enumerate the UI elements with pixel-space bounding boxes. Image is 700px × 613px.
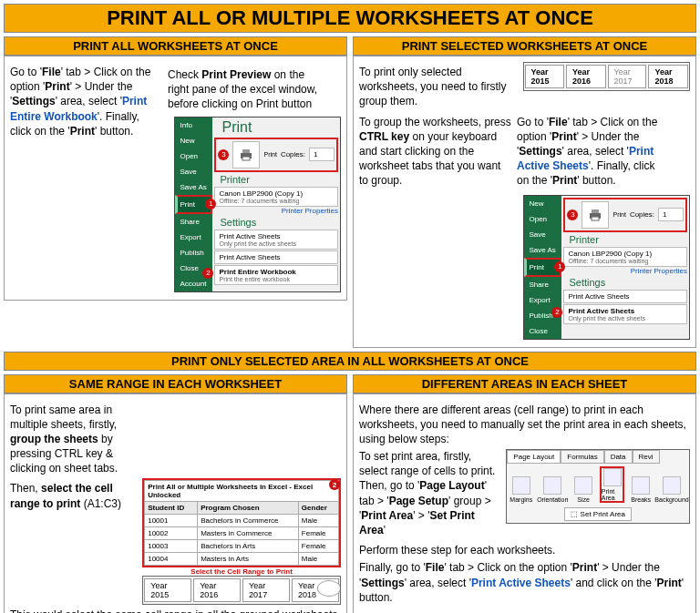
c-para3: This would select the same cell range in… xyxy=(10,608,341,613)
heading-print-all: PRINT ALL WORKSHEETS AT ONCE xyxy=(4,36,347,56)
print-button[interactable] xyxy=(582,201,609,229)
svg-rect-1 xyxy=(242,149,250,153)
a-para2: Check Print Preview on the right pane of… xyxy=(168,67,320,112)
sheet-tabs[interactable]: Year 2015 Year 2016 Year 2017 Year 2018 xyxy=(523,62,691,91)
btn-background[interactable]: Background xyxy=(657,476,686,503)
ribbon-shot: Page Layout Formulas Data Revi Margins O… xyxy=(506,449,690,524)
c-para2: Then, select the cell range to print (A1… xyxy=(10,481,129,510)
tab-formulas[interactable]: Formulas xyxy=(561,450,603,464)
btn-breaks[interactable]: Breaks xyxy=(630,476,652,503)
copies-input[interactable]: 1 xyxy=(658,208,684,221)
btn-size[interactable]: Size xyxy=(572,476,594,503)
btn-print-area[interactable]: Print Area xyxy=(600,466,625,503)
printer-select[interactable]: Canon LBP2900 (Copy 1) Offline: 7 docume… xyxy=(563,247,687,267)
d-para1: Where there are different areas (cell ra… xyxy=(359,403,690,447)
b-screenshot: New Open Save Save As Print 1 Share Expo… xyxy=(523,195,691,340)
b-para3: Go to 'File' tab > Click on the option '… xyxy=(517,115,669,189)
tab-data[interactable]: Data xyxy=(604,450,633,464)
backstage-nav: Info New Open Save Save As Print 1 Share… xyxy=(175,117,213,291)
printer-select[interactable]: Canon LBP2900 (Copy 1) Offline: 7 docume… xyxy=(214,187,338,207)
print-entire-workbook-option[interactable]: 2 Print Entire Workbook Print the entire… xyxy=(214,265,338,285)
printer-icon xyxy=(588,209,602,221)
copies-input[interactable]: 1 xyxy=(309,148,335,161)
svg-rect-4 xyxy=(592,209,599,213)
btn-margins[interactable]: Margins xyxy=(510,476,532,503)
print-page-title: Print xyxy=(221,119,338,136)
a-para1: Go to 'File' tab > Click on the option '… xyxy=(10,65,162,138)
heading-different-areas: DIFFERENT AREAS IN EACH SHEET xyxy=(353,374,696,393)
badge-2: 2 xyxy=(202,268,213,279)
main-title: PRINT ALL OR MULTIPLE WORKSHEETS AT ONCE xyxy=(4,4,696,33)
tab-review[interactable]: Revi xyxy=(633,450,660,464)
c-para1: To print same area in multiple sheets, f… xyxy=(10,403,129,476)
print-button[interactable] xyxy=(232,141,260,169)
printer-icon xyxy=(239,148,253,161)
print-active-sheets-option[interactable]: 2 Print Active Sheets Only print the act… xyxy=(563,304,687,324)
settings-section: Settings xyxy=(220,217,333,228)
settings-select[interactable]: Print Active Sheets Only print the activ… xyxy=(214,230,338,250)
badge-3: 3 xyxy=(218,149,229,160)
svg-rect-2 xyxy=(242,157,250,160)
d-para4: Finally, go to 'File' tab > Click on the… xyxy=(359,560,690,605)
svg-rect-5 xyxy=(592,217,599,220)
grouped-tabs[interactable]: Year 2015 Year 2016 Year 2017 Year 2018 … xyxy=(142,576,341,605)
b-para2: To group the worksheets, press CTRL key … xyxy=(359,115,511,189)
printer-properties-link[interactable]: Printer Properties xyxy=(563,267,687,275)
heading-same-range: SAME RANGE IN EACH WORKSHEET xyxy=(4,374,347,393)
btn-orientation[interactable]: Orientation xyxy=(538,476,567,503)
b-para1: To print only selected worksheets, you n… xyxy=(359,65,511,109)
badge-1: 1 xyxy=(205,199,216,209)
c-worksheet-shot: Print All or Multiple Worksheets in Exce… xyxy=(142,478,341,605)
heading-selected-area: PRINT ONLY SELECTED AREA IN ALL WORKSHEE… xyxy=(4,352,696,371)
a-screenshot: Info New Open Save Save As Print 1 Share… xyxy=(174,117,342,292)
heading-print-selected: PRINT SELECTED WORKSHEETS AT ONCE xyxy=(353,36,696,56)
d-para3: Perform these step for each worksheets. xyxy=(359,543,690,557)
nav-print[interactable]: Print 1 xyxy=(175,195,213,214)
printer-properties-link[interactable]: Printer Properties xyxy=(214,207,338,215)
tab-page-layout[interactable]: Page Layout xyxy=(507,450,561,464)
printer-section: Printer xyxy=(220,174,333,185)
nav-print[interactable]: Print 1 xyxy=(524,258,562,277)
menu-set-print-area[interactable]: ⬚ Set Print Area xyxy=(564,507,632,521)
callout-select-range: Select the Cell Range to Print xyxy=(142,567,341,576)
